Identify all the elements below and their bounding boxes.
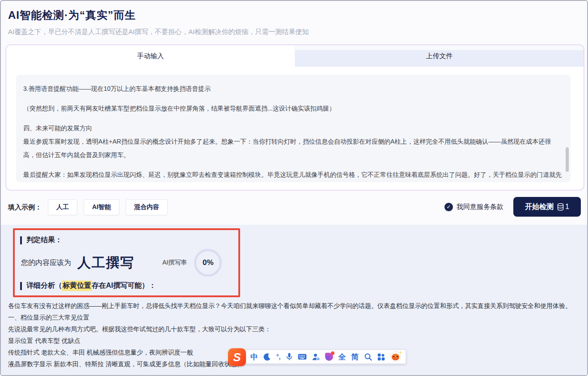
page-subtitle: AI覆盖之下，早已分不清是人工撰写还是AI撰写，不要担心，AI检测解决你的烦恼，… [8,28,309,36]
ime-chinese-mode[interactable]: 中 [250,352,258,362]
input-card: 手动输入 上传文件 3.善用语音提醒功能——现在10万以上的车基本都支持换挡语音… [5,44,584,191]
emoji-face-icon[interactable] [390,351,401,362]
analysis-label-post: 存在AI撰写可能）： [92,281,156,291]
analysis-paragraph: 先说说最常见的几种布局方式吧。根据我这些年试驾过的几十款车型，大致可以分为以下三… [8,323,582,335]
verdict-row: 您的内容应该为 人工撰写 AI撰写率 0% [21,249,232,277]
editor-paragraph: 最后提醒大家：如果发现档位显示出现闪烁、延迟，别犹豫立即去检查变速箱控制模块。毕… [23,168,562,182]
analysis-paragraph: 一、档位显示的三大常见位置 [8,312,582,323]
credit-cost: 1 [557,203,569,211]
toolbox-grid-icon[interactable] [377,353,385,361]
section-bar-icon [20,236,22,244]
editor-scrollbar-thumb[interactable] [566,147,569,172]
agree-terms-checkbox[interactable]: ✓ 我同意服务条款 [444,203,503,211]
example-button-mixed[interactable]: 混合内容 [126,199,168,215]
actions-row: ✓ 我同意服务条款 开始检测 1 [444,197,581,217]
example-button-human[interactable]: 人工 [48,199,77,215]
keyboard-icon[interactable] [298,354,307,360]
analysis-section-label: 详细分析（标黄位置存在AI撰写可能）： [20,281,232,291]
ai-rate-value: 0% [203,258,214,267]
ime-fullwidth-mode[interactable]: 全 [338,352,346,362]
examples-label: 填入示例： [8,203,42,212]
start-detection-label: 开始检测 [525,202,554,212]
user-account-icon[interactable]: SG [312,353,320,361]
text-input-area[interactable]: 3.善用语音提醒功能——现在10万以上的车基本都支持换挡语音提示 （突然想到，前… [16,75,571,182]
editor-paragraph: 3.善用语音提醒功能——现在10万以上的车基本都支持换挡语音提示 [23,82,562,95]
agree-terms-label: 我同意服务条款 [457,203,503,211]
skin-theme-icon[interactable] [325,353,333,361]
tab-upload-file[interactable]: 上传文件 [295,45,584,67]
ime-toolbar: S 中 °, [230,350,406,364]
analysis-label-pre: 详细分析（ [26,281,62,291]
example-button-ai[interactable]: AI智能 [84,199,119,215]
ai-rate-circle: 0% [194,249,222,277]
ai-detect-page: AI智能检测·为“真实”而生 AI覆盖之下，早已分不清是人工撰写还是AI撰写，不… [0,0,588,376]
ai-rate-label: AI撰写率 [162,259,187,267]
tab-bar: 手动输入 上传文件 [6,45,584,67]
analysis-highlight: 标黄位置 [62,281,92,291]
page-title: AI智能检测·为“真实”而生 [8,8,136,22]
result-box: 判定结果： 您的内容应该为 人工撰写 AI撰写率 0% 详细分析（标黄位置存在A… [13,228,240,297]
examples-row: 填入示例： 人工 AI智能 混合内容 [8,199,168,215]
checkbox-checked-icon[interactable]: ✓ [444,203,453,211]
verdict-label: 判定结果： [26,235,62,245]
analysis-paragraph: 显示位置 代表车型 优缺点 [8,335,582,346]
section-bar-icon [20,282,22,290]
moon-night-mode-icon[interactable] [263,353,271,361]
analysis-paragraph: 各位车友有没有过这样的困惑——刚上手新车时，总得低头找半天档位显示？今天咱们就来… [8,300,582,312]
ime-simplified-mode[interactable]: 简 [351,352,359,362]
microphone-icon[interactable] [286,353,292,361]
editor-paragraph: （突然想到，前两天有网友吐槽某车型把档位显示放在中控屏角落，结果被导航界面遮挡.… [23,102,562,115]
verdict-prefix: 您的内容应该为 [21,258,71,268]
tab-manual-input[interactable]: 手动输入 [6,45,295,67]
verdict-section-label: 判定结果： [20,235,232,245]
verdict-value: 人工撰写 [77,254,135,272]
sogou-logo-icon[interactable]: S [228,348,246,366]
editor-paragraph: 最近参观车展时发现，透明A柱+AR挡位显示的概念设计开始多了起来。想象一下：当你… [23,135,562,162]
svg-text:SG: SG [316,358,319,360]
search-icon[interactable] [364,353,372,361]
editor-paragraph: 四、未来可能的发展方向 [23,121,562,135]
start-detection-button[interactable]: 开始检测 1 [513,197,581,217]
credit-count: 1 [565,203,569,211]
ime-punctuation-mode[interactable]: °, [276,353,281,360]
database-icon [557,203,564,211]
